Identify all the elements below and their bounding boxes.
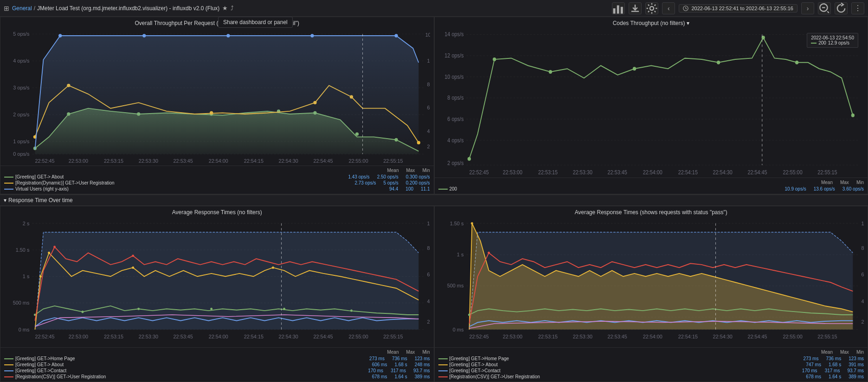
svg-point-82 bbox=[467, 157, 470, 161]
svg-point-121 bbox=[210, 308, 212, 310]
svg-text:40: 40 bbox=[861, 298, 864, 304]
svg-point-128 bbox=[53, 246, 56, 248]
br-legend-0: [Greeting] GET->Home Page 273 ms 736 ms … bbox=[438, 356, 864, 362]
svg-text:22:55:00: 22:55:00 bbox=[348, 334, 368, 339]
next-btn[interactable]: › bbox=[801, 2, 814, 14]
svg-text:22:54:15: 22:54:15 bbox=[244, 158, 264, 164]
top-bar-right: ‹ 2022-06-13 22:52:41 to 2022-06-13 22:5… bbox=[612, 2, 864, 14]
br-legend-3: [Registration(CSV)] GET->User Registrati… bbox=[438, 374, 864, 380]
bottom-right-chart: 1.50 s 1 s 500 ms 0 ms 100 80 60 40 20 2… bbox=[435, 217, 868, 347]
svg-text:20: 20 bbox=[427, 144, 430, 149]
svg-text:22:54:30: 22:54:30 bbox=[279, 158, 298, 164]
svg-text:22:55:00: 22:55:00 bbox=[348, 158, 368, 164]
top-bar: ⊞ General / JMeter Load Test (org.md.jme… bbox=[0, 0, 868, 17]
svg-point-85 bbox=[632, 67, 636, 70]
svg-text:1.50 s: 1.50 s bbox=[450, 220, 463, 226]
top-right-legend: Mean Max Min 200 10.9 ops/s 13.6 ops/s 3… bbox=[435, 178, 868, 194]
min-header-r: Min bbox=[856, 180, 864, 185]
top-right-panel: Codes Throughput (no filters) ▾ 2022-06-… bbox=[434, 17, 868, 194]
svg-text:2 ops/s: 2 ops/s bbox=[13, 112, 29, 117]
top-right-legend-row-0: 200 10.9 ops/s 13.6 ops/s 3.60 ops/s bbox=[438, 186, 864, 192]
response-section-header[interactable]: ▾ Response Time Over time bbox=[0, 195, 868, 206]
bar-chart-btn[interactable] bbox=[612, 2, 625, 14]
svg-point-51 bbox=[142, 34, 146, 37]
svg-point-3 bbox=[650, 6, 654, 10]
svg-text:22:55:15: 22:55:15 bbox=[383, 334, 403, 339]
bottom-right-legend: Mean Max Min [Greeting] GET->Home Page 2… bbox=[435, 347, 868, 382]
svg-point-50 bbox=[58, 34, 62, 37]
svg-point-84 bbox=[548, 70, 552, 74]
svg-text:20: 20 bbox=[861, 319, 864, 325]
svg-text:22:54:00: 22:54:00 bbox=[643, 170, 662, 176]
svg-text:22:55:15: 22:55:15 bbox=[383, 158, 403, 164]
svg-text:22:52:45: 22:52:45 bbox=[469, 170, 489, 176]
svg-text:8 ops/s: 8 ops/s bbox=[447, 95, 463, 101]
bottom-left-panel-title: Average Response Times (no filters) bbox=[0, 206, 434, 217]
section-label: Response Time Over time bbox=[8, 197, 73, 204]
svg-text:22:54:30: 22:54:30 bbox=[713, 170, 732, 176]
svg-text:10 ops/s: 10 ops/s bbox=[444, 74, 463, 80]
svg-rect-0 bbox=[613, 8, 616, 13]
svg-text:22:54:15: 22:54:15 bbox=[678, 334, 697, 339]
grid-icon[interactable]: ⊞ bbox=[4, 5, 9, 12]
svg-marker-49 bbox=[35, 36, 418, 154]
min-header: Min bbox=[422, 168, 430, 173]
svg-text:22:53:00: 22:53:00 bbox=[69, 158, 88, 164]
star-icon[interactable]: ★ bbox=[222, 5, 228, 12]
breadcrumb-title: JMeter Load Test (org.md.jmeter.influxdb… bbox=[37, 5, 219, 12]
top-right-chart: 2022-06-13 22:54:50 200 12.9 ops/s bbox=[435, 28, 868, 178]
svg-point-124 bbox=[39, 275, 42, 278]
svg-text:22:54:45: 22:54:45 bbox=[747, 334, 767, 339]
svg-text:22:54:15: 22:54:15 bbox=[244, 334, 264, 339]
bottom-left-panel: Average Response Times (no filters) 2 s … bbox=[0, 206, 434, 382]
svg-text:22:55:15: 22:55:15 bbox=[817, 334, 837, 339]
max-header: Max bbox=[406, 168, 415, 173]
download-btn[interactable] bbox=[629, 2, 642, 14]
svg-text:22:53:45: 22:53:45 bbox=[607, 170, 627, 176]
svg-text:22:54:45: 22:54:45 bbox=[313, 334, 333, 339]
time-range[interactable]: 2022-06-13 22:52:41 to 2022-06-13 22:55:… bbox=[679, 4, 797, 13]
more-btn[interactable]: ⋮ bbox=[851, 2, 864, 14]
svg-point-129 bbox=[132, 255, 134, 257]
svg-text:2 s: 2 s bbox=[23, 220, 30, 226]
top-panels-row: Overall Throughput Per Request (shows re… bbox=[0, 17, 868, 195]
main-content: Overall Throughput Per Request (shows re… bbox=[0, 17, 868, 382]
settings-btn[interactable] bbox=[645, 2, 658, 14]
svg-point-125 bbox=[48, 252, 50, 254]
share-icon[interactable]: ⤴ bbox=[231, 5, 234, 12]
svg-text:80: 80 bbox=[427, 81, 430, 87]
svg-text:5 ops/s: 5 ops/s bbox=[13, 31, 29, 37]
svg-text:1 ops/s: 1 ops/s bbox=[13, 139, 29, 144]
svg-text:22:52:45: 22:52:45 bbox=[35, 158, 54, 164]
svg-point-83 bbox=[493, 57, 496, 61]
top-left-legend: Mean Max Min [Greeting] GET-> About 1.43… bbox=[0, 166, 434, 194]
svg-text:40: 40 bbox=[427, 298, 430, 304]
bottom-right-legend-header: Mean Max Min bbox=[438, 350, 864, 356]
svg-point-126 bbox=[132, 267, 134, 269]
svg-text:40: 40 bbox=[427, 128, 430, 134]
svg-text:100: 100 bbox=[861, 220, 864, 226]
svg-text:60: 60 bbox=[427, 105, 430, 110]
prev-btn[interactable]: ‹ bbox=[662, 2, 675, 14]
svg-text:60: 60 bbox=[861, 272, 864, 277]
svg-text:22:55:00: 22:55:00 bbox=[783, 334, 802, 339]
bl-legend-0: [Greeting] GET->Home Page 273 ms 736 ms … bbox=[4, 356, 430, 362]
bottom-left-legend: Mean Max Min [Greeting] GET->Home Page 2… bbox=[0, 347, 434, 382]
svg-text:22:54:30: 22:54:30 bbox=[279, 334, 298, 339]
bottom-right-panel-title: Average Response Times (shows requests w… bbox=[435, 206, 868, 217]
svg-point-122 bbox=[283, 308, 285, 310]
svg-rect-2 bbox=[621, 6, 623, 13]
svg-text:22:54:30: 22:54:30 bbox=[713, 334, 732, 339]
zoom-out-btn[interactable] bbox=[818, 2, 831, 14]
svg-text:4 ops/s: 4 ops/s bbox=[447, 137, 463, 143]
refresh-btn[interactable] bbox=[835, 2, 848, 14]
svg-text:500 ms: 500 ms bbox=[13, 300, 30, 306]
svg-text:0 ops/s: 0 ops/s bbox=[13, 151, 29, 157]
svg-text:4 ops/s: 4 ops/s bbox=[13, 58, 29, 64]
svg-text:22:53:15: 22:53:15 bbox=[538, 170, 557, 176]
bottom-right-panel: Average Response Times (shows requests w… bbox=[434, 206, 868, 382]
breadcrumb-general[interactable]: General bbox=[12, 5, 32, 12]
svg-text:22:53:45: 22:53:45 bbox=[174, 334, 193, 339]
svg-text:0 ms: 0 ms bbox=[452, 326, 463, 332]
svg-text:22:53:00: 22:53:00 bbox=[69, 334, 88, 339]
